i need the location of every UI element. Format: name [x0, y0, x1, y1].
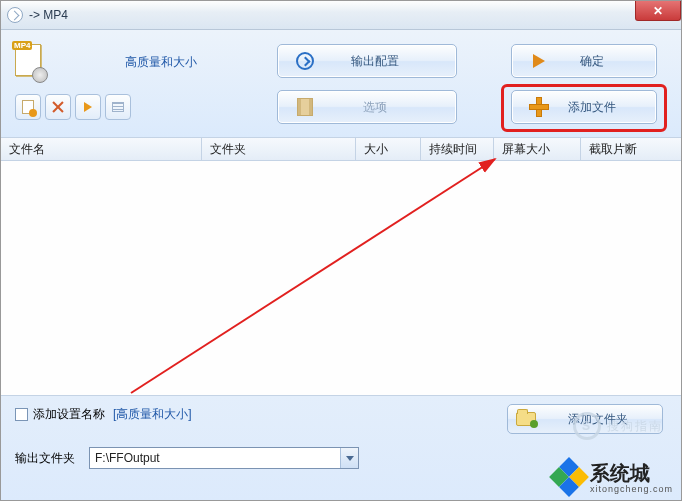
doc-add-icon — [22, 100, 34, 114]
folder-plus-icon — [516, 412, 536, 426]
titlebar: -> MP4 ✕ — [1, 1, 681, 30]
close-button[interactable]: ✕ — [635, 1, 681, 21]
col-folder[interactable]: 文件夹 — [202, 138, 356, 160]
play-icon — [533, 54, 545, 68]
table-header: 文件名 文件夹 大小 持续时间 屏幕大小 截取片断 — [1, 137, 681, 161]
output-config-button[interactable]: 输出配置 — [277, 44, 457, 78]
film-icon — [297, 98, 313, 116]
output-folder-combo[interactable]: F:\FFOutput — [89, 447, 359, 469]
remove-icon — [52, 101, 64, 113]
watermark-xitongcheng: 系统城xitongcheng.com — [552, 460, 673, 494]
output-folder-label: 输出文件夹 — [15, 450, 75, 467]
add-settings-name-checkbox[interactable] — [15, 408, 28, 421]
col-clip[interactable]: 截取片断 — [581, 138, 681, 160]
window-title: -> MP4 — [29, 8, 68, 22]
options-button[interactable]: 选项 — [277, 90, 457, 124]
small-add-button[interactable] — [15, 94, 41, 120]
app-window: -> MP4 ✕ MP4 高质量和大小 输出配置 确定 选项 添加文件 — [0, 0, 682, 501]
small-remove-button[interactable] — [45, 94, 71, 120]
col-size[interactable]: 大小 — [356, 138, 421, 160]
col-filename[interactable]: 文件名 — [1, 138, 202, 160]
chevron-down-icon[interactable] — [340, 448, 358, 468]
settings-name-value[interactable]: [高质量和大小] — [113, 406, 192, 423]
col-duration[interactable]: 持续时间 — [421, 138, 494, 160]
gear-circle-icon — [296, 52, 314, 70]
app-icon — [7, 7, 23, 23]
table-body[interactable] — [1, 161, 681, 395]
profile-doc-icon: MP4 — [15, 44, 45, 80]
quality-link[interactable]: 高质量和大小 — [125, 54, 197, 71]
top-panel: MP4 高质量和大小 输出配置 确定 选项 添加文件 — [1, 30, 681, 137]
plus-icon — [530, 98, 548, 116]
output-folder-value: F:\FFOutput — [90, 451, 340, 465]
ok-button[interactable]: 确定 — [511, 44, 657, 78]
small-list-button[interactable] — [105, 94, 131, 120]
small-toolbar — [15, 94, 131, 120]
add-file-button[interactable]: 添加文件 — [511, 90, 657, 124]
play-small-icon — [84, 102, 92, 112]
add-settings-name-label: 添加设置名称 — [33, 406, 105, 423]
list-icon — [112, 102, 124, 112]
small-play-button[interactable] — [75, 94, 101, 120]
watermark-sougou: S搜狗指南 — [573, 412, 663, 440]
col-screen[interactable]: 屏幕大小 — [494, 138, 581, 160]
